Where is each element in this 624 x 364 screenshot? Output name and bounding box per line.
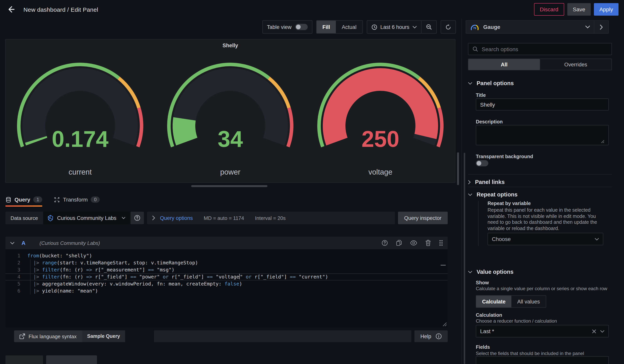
fields-select-cutoff[interactable] [476, 356, 609, 364]
query-help-icon[interactable] [382, 240, 388, 246]
all-values-option[interactable]: All values [511, 296, 546, 307]
duplicate-query-icon[interactable] [396, 240, 402, 246]
code-line[interactable]: 2 |> range(start: v.timeRangeStart, stop… [5, 259, 448, 266]
options-search-placeholder: Search options [482, 46, 518, 52]
gauge-panel[interactable]: Shelly 0.174current34power250voltage [5, 39, 455, 183]
back-button[interactable] [5, 4, 16, 15]
table-view-toggle[interactable] [295, 24, 308, 30]
section-value-options[interactable]: Value options [468, 269, 514, 275]
code-text: |> filter(fn: (r) => r["_measurement"] =… [27, 266, 175, 273]
gauge-field-label: current [69, 168, 92, 177]
options-scrollbar[interactable] [464, 153, 465, 364]
code-text: |> filter(fn: (r) => r["_field"] == "pow… [27, 273, 328, 280]
sample-query-button[interactable]: Sample Query [82, 330, 125, 342]
section-repeat-options-label: Repeat options [477, 191, 518, 198]
external-link-icon [20, 334, 25, 339]
section-panel-options[interactable]: Panel options [468, 80, 514, 86]
tab-query[interactable]: Query 1 [5, 194, 42, 205]
chevron-right-icon [600, 24, 603, 29]
datasource-cube-icon [47, 215, 53, 221]
query-header[interactable]: A (Curious Community Labs) [5, 237, 448, 249]
max-datapoints-info: MD = auto = 1174 [204, 215, 244, 221]
apply-button[interactable]: Apply [594, 3, 619, 16]
tab-all[interactable]: All [468, 59, 540, 70]
clear-icon[interactable] [592, 329, 596, 333]
chevron-down-icon [595, 238, 599, 240]
code-text: from(bucket: "shelly") [27, 252, 92, 259]
add-expression-button-cutoff[interactable] [46, 355, 97, 364]
section-repeat-options[interactable]: Repeat options [468, 191, 518, 198]
code-line[interactable]: 3 |> filter(fn: (r) => r["_measurement"]… [5, 266, 448, 273]
help-button[interactable]: Help [415, 330, 448, 342]
add-query-button-cutoff[interactable] [5, 355, 43, 364]
datasource-picker[interactable]: Curious Community Labs [43, 212, 130, 224]
title-field-label: Title [476, 92, 486, 98]
line-number: 3 [5, 266, 27, 273]
gauge-voltage: 250voltage [305, 59, 455, 177]
fields-description: Select the fields that should be include… [476, 351, 584, 356]
actual-option[interactable]: Actual [336, 21, 362, 33]
zoom-out-button[interactable] [421, 21, 436, 33]
section-panel-links-label: Panel links [475, 179, 505, 185]
editor-resize-grip[interactable] [442, 322, 447, 326]
visualization-picker[interactable]: 79 Gauge [466, 20, 609, 34]
chevron-down-icon [122, 217, 126, 219]
visualization-expand-button[interactable] [594, 21, 608, 33]
title-input[interactable]: Shelly [476, 98, 609, 111]
page-title: New dashboard / Edit Panel [24, 6, 98, 13]
table-view-group: Table view [262, 20, 312, 34]
gauge-value: 34 [218, 126, 243, 152]
query-options-bar[interactable]: Query options MD = auto = 1174 Interval … [147, 212, 395, 224]
tab-overrides[interactable]: Overrides [540, 59, 611, 70]
query-datasource-hint: (Curious Community Labs) [39, 240, 100, 246]
gauge-arc: 250 [305, 59, 455, 168]
visualization-picker-main[interactable]: 79 Gauge [466, 21, 594, 33]
repeat-variable-value: Choose [492, 236, 511, 242]
options-filter-tabs: All Overrides [468, 59, 612, 70]
datasource-help-button[interactable] [130, 212, 144, 224]
chevron-right-icon [468, 180, 471, 184]
textarea-resize-grip[interactable] [601, 140, 604, 143]
toggle-visibility-icon[interactable] [410, 240, 417, 246]
calculation-select[interactable]: Last * [476, 325, 609, 338]
code-line[interactable]: 6 |> yield(name: "mean") [5, 287, 448, 295]
query-inspector-button[interactable]: Query inspector [398, 212, 448, 224]
query-options-link[interactable]: Query options [160, 215, 193, 221]
grafana-edit-panel: New dashboard / Edit Panel Discard Save … [0, 0, 624, 364]
delete-query-icon[interactable] [425, 240, 431, 246]
time-range-picker[interactable]: Last 6 hours [367, 21, 421, 33]
chevron-down-icon [585, 25, 590, 28]
divider [468, 187, 612, 187]
section-panel-links[interactable]: Panel links [468, 179, 505, 185]
show-description: Calculate a single value per column or s… [476, 286, 607, 291]
question-circle-icon [134, 215, 140, 221]
code-editor[interactable]: 1from(bucket: "shelly")2 |> range(start:… [5, 249, 448, 327]
flux-syntax-button[interactable]: Flux language syntax [14, 330, 82, 342]
gauge-current: 0.174current [5, 59, 155, 177]
topbar-actions: Discard Save Apply [534, 3, 619, 16]
repeat-variable-select[interactable]: Choose [488, 233, 603, 245]
drag-handle-icon[interactable] [439, 240, 443, 246]
code-line[interactable]: 5 |> aggregateWindow(every: v.windowPeri… [5, 280, 448, 287]
transparent-bg-toggle[interactable] [476, 160, 488, 166]
code-line[interactable]: 1from(bucket: "shelly") [5, 252, 448, 259]
discard-button[interactable]: Discard [534, 3, 564, 16]
info-circle-icon [436, 333, 442, 339]
fill-option[interactable]: Fill [316, 21, 336, 33]
zoom-out-icon [426, 24, 432, 30]
chevron-down-icon [468, 271, 472, 273]
tab-transform[interactable]: Transform 0 [54, 194, 100, 205]
database-icon [5, 197, 11, 203]
show-label: Show [476, 280, 489, 286]
code-line[interactable]: 4 |> filter(fn: (r) => r["_field"] == "p… [5, 273, 448, 280]
save-button[interactable]: Save [567, 3, 591, 16]
calculate-option[interactable]: Calculate [476, 296, 511, 307]
pane-resize-handle-vertical[interactable] [457, 152, 459, 185]
options-pane: 79 Gauge Search options All Overrides Pa… [461, 19, 624, 364]
flux-syntax-label: Flux language syntax [28, 333, 77, 339]
panel-resize-handle-horizontal[interactable] [191, 185, 267, 187]
options-search[interactable]: Search options [468, 43, 612, 55]
description-textarea[interactable] [476, 125, 609, 145]
chevron-down-icon[interactable] [600, 330, 604, 333]
refresh-button[interactable] [441, 20, 456, 34]
